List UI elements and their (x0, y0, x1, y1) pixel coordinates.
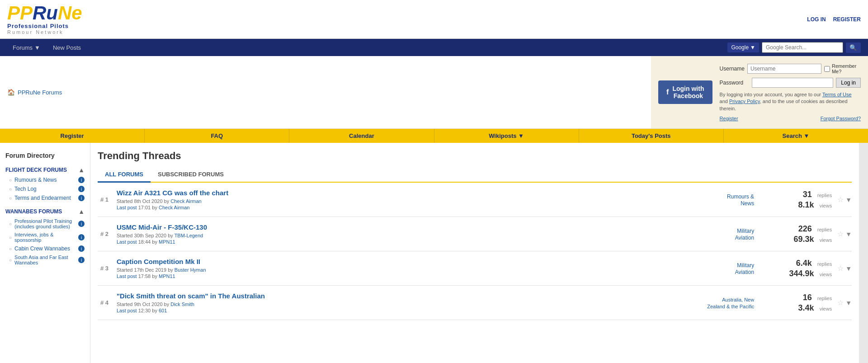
views-row: 3.4k views (798, 303, 832, 313)
thread-title[interactable]: Wizz Air A321 CG was off the chart (117, 189, 699, 197)
forgot-password-link[interactable]: Forgot Password? (821, 116, 861, 121)
south-asia-link[interactable]: South Asia and Far East Wannabes (14, 255, 75, 265)
last-post-author[interactable]: Check Airman (159, 205, 189, 210)
remember-me-checkbox[interactable] (824, 66, 830, 72)
thread-stats: 16 replies 3.4k views (760, 293, 832, 313)
forum-link[interactable]: Rumours &News (727, 193, 754, 207)
yellow-nav-wikiposts[interactable]: Wikiposts ▼ (434, 129, 579, 143)
thread-forum: Rumours &News (704, 193, 754, 207)
last-post-author[interactable]: MPN11 (159, 273, 175, 279)
thread-actions: ☆ ▼ (837, 298, 852, 307)
search-input[interactable] (762, 42, 843, 53)
forums-label: Forums (13, 44, 33, 51)
login-submit-button[interactable]: Log in (836, 78, 861, 88)
rumours-news-info-icon[interactable]: i (78, 177, 85, 183)
facebook-login-button[interactable]: f Login with Facebook (658, 80, 712, 104)
wannabes-collapse-icon[interactable]: ▲ (78, 208, 85, 215)
search-engine-button[interactable]: Google ▼ (727, 42, 759, 52)
last-post-author[interactable]: 601 (159, 308, 167, 313)
logo-pp: PP (7, 2, 33, 24)
username-input[interactable] (747, 64, 821, 74)
yellow-nav-search[interactable]: Search ▼ (724, 129, 868, 143)
thread-lastpost: Last post 18:44 by MPN11 (117, 239, 699, 245)
thread-lastpost: Last post 17:01 by Check Airman (117, 205, 699, 210)
flight-deck-collapse-icon[interactable]: ▲ (78, 166, 85, 174)
expand-icon[interactable]: ▼ (845, 196, 852, 203)
bullet-icon: ○ (9, 222, 12, 226)
cabin-crew-info-icon[interactable]: i (78, 245, 85, 252)
thread-title[interactable]: "Dick Smith threat on scam" in The Austr… (117, 292, 699, 300)
rumours-news-link[interactable]: Rumours & News (14, 177, 57, 183)
table-row: # 4 "Dick Smith threat on scam" in The A… (98, 286, 852, 320)
password-input[interactable] (752, 78, 834, 88)
forum-link[interactable]: Australia, New Zealand & the Pacific (707, 297, 754, 309)
flight-deck-header: FLIGHT DECK FORUMS ▲ (0, 165, 90, 175)
south-asia-info-icon[interactable]: i (78, 257, 85, 263)
thread-info: "Dick Smith threat on scam" in The Austr… (117, 292, 699, 313)
sidebar-title: Forum Directory (0, 148, 90, 165)
last-post-link[interactable]: Last post (117, 205, 137, 210)
expand-icon[interactable]: ▼ (845, 231, 852, 238)
expand-icon[interactable]: ▼ (845, 265, 852, 272)
bullet-icon: ○ (9, 187, 12, 192)
ppt-link[interactable]: Professional Pilot Training (includes gr… (14, 218, 75, 229)
last-post-link[interactable]: Last post (117, 239, 137, 245)
sidebar-item-tech-log: ○ Tech Log i (0, 184, 90, 193)
star-icon[interactable]: ☆ (837, 264, 844, 273)
register-bottom-link[interactable]: Register (720, 116, 738, 121)
tab-all-forums[interactable]: ALL FORUMS (98, 167, 151, 183)
ppt-info-icon[interactable]: i (78, 221, 85, 227)
reply-count: 16 (803, 293, 812, 302)
last-post-link[interactable]: Last post (117, 308, 137, 313)
yellow-nav-register[interactable]: Register (0, 129, 145, 143)
yellow-nav-calendar[interactable]: Calendar (289, 129, 434, 143)
register-link[interactable]: REGISTER (833, 16, 861, 23)
thread-title[interactable]: Caption Competition Mk II (117, 258, 699, 265)
tab-subscribed-forums[interactable]: SUBSCRIBED FORUMS (151, 167, 231, 182)
forum-link[interactable]: MilitaryAviation (735, 262, 754, 275)
thread-title[interactable]: USMC Mid-Air - F-35/KC-130 (117, 223, 699, 231)
search-area: Google ▼ 🔍 (727, 42, 861, 53)
table-row: # 2 USMC Mid-Air - F-35/KC-130 Started 3… (98, 217, 852, 251)
last-post-link[interactable]: Last post (117, 273, 137, 279)
facebook-btn-label: Login with Facebook (672, 85, 704, 99)
terms-endearment-link[interactable]: Terms and Endearment (14, 195, 71, 201)
search-button[interactable]: 🔍 (846, 42, 861, 53)
interviews-link[interactable]: Interviews, jobs & sponsorship (14, 232, 75, 243)
thread-author[interactable]: Buster Hyman (175, 267, 206, 273)
bullet-icon: ○ (9, 246, 12, 251)
login-link[interactable]: LOG IN (807, 16, 826, 23)
privacy-link[interactable]: Privacy Policy (729, 99, 760, 104)
sidebar: Forum Directory FLIGHT DECK FORUMS ▲ ○ R… (0, 143, 90, 363)
last-post-author[interactable]: MPN11 (159, 239, 175, 245)
forum-link[interactable]: MilitaryAviation (735, 228, 754, 241)
yellow-nav-todays-posts[interactable]: Today's Posts (579, 129, 724, 143)
expand-icon[interactable]: ▼ (845, 299, 852, 306)
thread-actions: ☆ ▼ (837, 195, 852, 204)
main-content: Trending Threads ALL FORUMS SUBSCRIBED F… (90, 143, 859, 363)
forums-nav-link[interactable]: Forums ▼ (7, 41, 46, 55)
search-engine-dropdown-icon: ▼ (750, 44, 755, 51)
star-icon[interactable]: ☆ (837, 298, 844, 307)
star-icon[interactable]: ☆ (837, 195, 844, 204)
terms-endearment-info-icon[interactable]: i (78, 195, 85, 201)
breadcrumb-link[interactable]: PPRuNe Forums (18, 89, 62, 96)
thread-lastpost: Last post 12:30 by 601 (117, 308, 699, 313)
tos-link[interactable]: Terms of Use (822, 92, 852, 97)
yellow-nav-faq[interactable]: FAQ (145, 129, 289, 143)
cabin-crew-link[interactable]: Cabin Crew Wannabes (14, 245, 70, 252)
wannabes-title[interactable]: WANNABES FORUMS (5, 208, 62, 215)
tech-log-link[interactable]: Tech Log (14, 186, 37, 192)
tech-log-info-icon[interactable]: i (78, 186, 85, 192)
thread-author[interactable]: Dick Smith (170, 302, 194, 307)
thread-number: # 2 (98, 231, 111, 237)
sidebar-item-ppt: ○ Professional Pilot Training (includes … (0, 217, 90, 231)
star-icon[interactable]: ☆ (837, 230, 844, 238)
interviews-info-icon[interactable]: i (78, 234, 85, 240)
thread-info: USMC Mid-Air - F-35/KC-130 Started 30th … (117, 223, 699, 245)
table-row: # 1 Wizz Air A321 CG was off the chart S… (98, 183, 852, 217)
new-posts-nav-link[interactable]: New Posts (47, 41, 86, 55)
thread-author[interactable]: TBM-Legend (175, 233, 203, 238)
thread-author[interactable]: Check Airman (170, 198, 201, 204)
flight-deck-title[interactable]: FLIGHT DECK FORUMS (5, 167, 67, 173)
